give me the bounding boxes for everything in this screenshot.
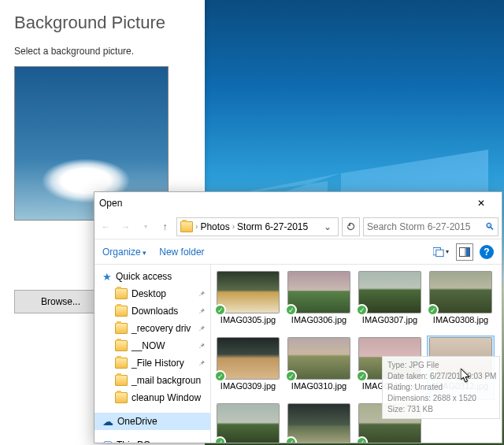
help-icon[interactable]: ?	[480, 245, 494, 259]
organize-menu[interactable]: Organize	[102, 247, 146, 258]
tree-item[interactable]: Desktop📌︎	[94, 285, 210, 302]
thumbnail-image: ✓	[288, 338, 350, 379]
file-thumbnail[interactable]: ✓IMAG0313.jpg	[214, 402, 282, 443]
preview-pane-icon[interactable]	[456, 243, 473, 261]
tree-label: Downloads	[132, 306, 178, 317]
nav-forward-icon[interactable]: →	[117, 218, 134, 235]
file-thumbnail[interactable]: ✓IMAG0306.jpg	[285, 269, 353, 334]
folder-icon	[115, 340, 128, 351]
file-thumbnail[interactable]: ✓IMAG0311.jpg	[356, 336, 424, 400]
dialog-titlebar: Open ✕	[94, 192, 502, 214]
folder-icon	[115, 288, 128, 299]
chevron-right-icon: ›	[232, 222, 235, 231]
folder-icon	[115, 323, 128, 334]
breadcrumb-part[interactable]: Storm 6-27-2015	[237, 221, 308, 232]
file-thumbnail[interactable]: ✓IMAG0312.jpg	[427, 336, 495, 400]
sync-check-icon: ✓	[285, 304, 297, 316]
new-folder-button[interactable]: New folder	[159, 247, 204, 258]
breadcrumb[interactable]: › Photos › Storm 6-27-2015 ⌄	[176, 217, 339, 236]
thumbnail-image: ✓	[288, 272, 350, 313]
breadcrumb-dropdown-icon[interactable]: ⌄	[321, 221, 335, 232]
pin-icon: 📌︎	[198, 342, 206, 350]
file-thumbnail[interactable]: ✓IMAG0310.jpg	[285, 336, 353, 400]
file-list: ✓IMAG0305.jpg✓IMAG0306.jpg✓IMAG0307.jpg✓…	[211, 265, 502, 443]
file-thumbnail[interactable]: ✓IMAG0309.jpg	[214, 336, 282, 400]
nav-up-icon[interactable]: ↑	[157, 218, 173, 235]
dialog-toolbar: Organize New folder ▾ ?	[94, 239, 502, 265]
sync-check-icon: ✓	[214, 436, 226, 443]
sync-check-icon: ✓	[214, 370, 226, 382]
file-name: IMAG0310.jpg	[291, 381, 346, 391]
tree-item[interactable]: _recovery driv📌︎	[94, 320, 210, 337]
search-field[interactable]	[367, 221, 485, 232]
file-thumbnail[interactable]: ✓IMAG0308.jpg	[427, 269, 495, 334]
panel-title: Background Picture	[14, 13, 191, 33]
sync-check-icon: ✓	[427, 370, 439, 382]
file-thumbnail[interactable]: ✓IMAG0307.jpg	[356, 269, 424, 334]
tree-label: _mail backgroun	[132, 375, 201, 386]
pin-icon: 📌︎	[198, 307, 206, 315]
folder-icon	[115, 375, 128, 386]
sync-check-icon: ✓	[356, 370, 368, 382]
tree-item[interactable]: Downloads📌︎	[94, 302, 210, 320]
file-name: IMAG0309.jpg	[220, 381, 276, 391]
thumbnail-image: ✓	[359, 338, 421, 379]
tree-label: Desktop	[132, 288, 166, 299]
nav-recent-icon[interactable]: ▾	[137, 218, 154, 235]
file-name: IMAG0312.jpg	[433, 381, 488, 391]
close-button[interactable]: ✕	[465, 194, 497, 213]
tree-label: cleanup Window	[132, 392, 201, 403]
sync-check-icon: ✓	[356, 436, 368, 443]
tree-quick-access[interactable]: ★ Quick access	[94, 268, 210, 285]
sync-check-icon: ✓	[356, 304, 368, 316]
file-name: IMAG0305.jpg	[220, 315, 276, 324]
pin-icon: 📌︎	[198, 324, 206, 332]
file-thumbnail[interactable]: ✓IMAG0314.jpg	[285, 402, 353, 443]
tree-item[interactable]: _mail backgroun	[94, 372, 210, 389]
navigation-tree: ★ Quick access Desktop📌︎Downloads📌︎_reco…	[94, 265, 211, 443]
open-file-dialog: Open ✕ ← → ▾ ↑ › Photos › Storm 6-27-201…	[94, 191, 502, 443]
pin-icon: 📌︎	[198, 290, 206, 298]
thumbnail-image: ✓	[217, 404, 279, 443]
refresh-button[interactable]	[342, 217, 360, 236]
thumbnail-image: ✓	[288, 404, 350, 443]
tree-label: OneDrive	[117, 416, 158, 427]
folder-icon	[115, 392, 128, 403]
tree-item[interactable]: __NOW📌︎	[94, 337, 210, 354]
thumbnail-image: ✓	[430, 272, 491, 313]
tree-item[interactable]: _File History📌︎	[94, 354, 210, 372]
folder-icon	[115, 306, 128, 317]
file-thumbnail[interactable]: ✓IMAG0315.jpg	[356, 402, 424, 443]
thumbnail-image: ✓	[217, 272, 279, 313]
search-input[interactable]: 🔍︎	[363, 217, 498, 236]
file-name: IMAG0311.jpg	[362, 381, 417, 391]
tree-label: _File History	[132, 358, 184, 369]
file-name: IMAG0308.jpg	[433, 315, 488, 324]
svg-rect-4	[466, 248, 469, 256]
sync-check-icon: ✓	[285, 370, 297, 382]
tree-label: __NOW	[132, 340, 165, 351]
panel-subtitle: Select a background picture.	[14, 46, 191, 57]
svg-rect-1	[436, 250, 443, 256]
search-icon[interactable]: 🔍︎	[485, 221, 495, 232]
sync-check-icon: ✓	[214, 304, 226, 316]
tree-onedrive[interactable]: ☁ OneDrive	[94, 413, 210, 430]
nav-back-icon[interactable]: ←	[98, 218, 114, 235]
view-options-icon[interactable]: ▾	[432, 243, 450, 261]
star-icon: ★	[102, 271, 112, 283]
tree-this-pc[interactable]: 🖵︎ This PC	[94, 436, 210, 443]
thumbnail-image: ✓	[359, 272, 421, 313]
onedrive-icon: ☁	[102, 415, 113, 428]
file-thumbnail[interactable]: ✓IMAG0305.jpg	[214, 269, 282, 334]
tree-item[interactable]: cleanup Window	[94, 389, 210, 406]
breadcrumb-part[interactable]: Photos	[200, 221, 229, 232]
monitor-icon: 🖵︎	[102, 439, 113, 443]
sync-check-icon: ✓	[427, 304, 439, 316]
folder-icon	[180, 221, 193, 232]
tree-label: Quick access	[116, 271, 172, 282]
dialog-title: Open	[99, 198, 465, 209]
thumbnail-image: ✓	[430, 338, 491, 379]
sync-check-icon: ✓	[285, 436, 297, 443]
pin-icon: 📌︎	[198, 359, 206, 367]
chevron-right-icon: ›	[195, 222, 198, 231]
